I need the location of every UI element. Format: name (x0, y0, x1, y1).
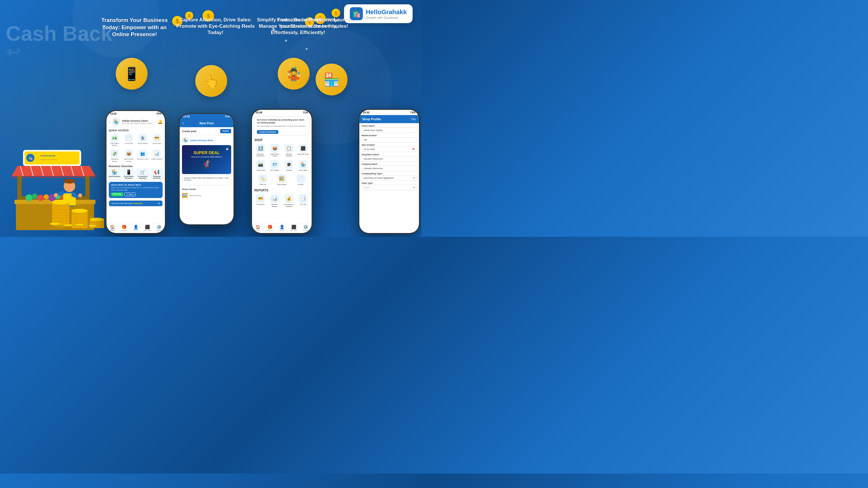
qa-add-product[interactable]: 📦 Add Product Listing (122, 148, 136, 163)
coin-6: $ (332, 9, 340, 18)
tutorials-label: Tutorials (286, 169, 292, 171)
manage-inventory-label: Manage Inventory (283, 153, 295, 157)
add-photos-row: 🖼️ Add Photos (180, 192, 234, 199)
report-transaction[interactable]: 💳 Transaction (254, 193, 267, 208)
qa-create-bill[interactable]: 📄 Create Bill (122, 133, 136, 148)
qa-withdraw[interactable]: 💸 Withdraw Money (108, 148, 122, 163)
phone-1-bottom-nav: 🏠 Home 🎁 Promotion 👤 Profile ⬛ QR Code ⚙… (106, 223, 165, 233)
biz-ecommerce[interactable]: 🛒 E-commerce Business (136, 168, 150, 181)
p3-nav-settings[interactable]: ⚙️ Settings (300, 225, 312, 231)
notification-icon[interactable]: 🔔 (158, 120, 163, 124)
qa-create-bill-label: Create Bill (125, 142, 133, 144)
close-icon[interactable]: ✕ (225, 147, 229, 152)
p3-nav-qr[interactable]: ⬛ QR Code (288, 225, 300, 231)
svg-point-61 (75, 224, 84, 226)
p3-home-icon: 🏠 (255, 225, 260, 229)
svg-point-60 (63, 224, 73, 226)
owner-name-input[interactable]: Ashok Arun Tripathi (362, 128, 416, 133)
shop-create-feed[interactable]: 📸 Create Feed (254, 159, 267, 172)
owner-name-value: Ashok Arun Tripathi (364, 129, 382, 132)
required-star-6: * (382, 172, 382, 174)
back-arrow-icon[interactable]: ‹ (183, 121, 184, 126)
nav-qrcode[interactable]: ⬛ QR Code (142, 225, 153, 231)
skip-btn[interactable]: Skip (411, 118, 416, 121)
create-post-label: Create post (182, 130, 196, 133)
biz-info-label: Business Information (254, 153, 267, 157)
biz-store-icon: 🏪 (112, 169, 118, 175)
shop-kyc[interactable]: 🪪 KYC Update (268, 159, 281, 172)
dob-input[interactable]: 21-03-2000 📅 (362, 147, 416, 152)
report-gst[interactable]: 📑 GST Slip (297, 193, 310, 208)
phone-2-header: ‹ New Post ‹ (180, 119, 234, 127)
biz-social-media[interactable]: 📱 Social Media Business (122, 168, 135, 181)
svg-rect-37 (52, 202, 69, 225)
company-name-input[interactable]: Gutudev Electronics (362, 166, 416, 171)
p3-nav-promotion[interactable]: 🎁 Promotion (264, 225, 276, 231)
shop-profile-form: Owner Name* Ashok Arun Tripathi Mobile N… (359, 123, 419, 233)
qa-wallet-reports[interactable]: 📊 Wallet Reports (150, 148, 164, 163)
add-product-icon: 📦 (125, 150, 133, 158)
shop-biz-info[interactable]: ℹ️ Business Information (254, 143, 267, 158)
qa-bank-details[interactable]: 🏦 Bank Details (136, 133, 150, 148)
shop-tutorials[interactable]: 🎓 Tutorials (282, 159, 296, 172)
company-type-select[interactable]: Electronics & Home Appliances ▾ (362, 175, 416, 181)
seller-type-field: Seller Type* Select... ▾ (362, 182, 416, 190)
add-photos-label[interactable]: Add Photos (189, 194, 201, 197)
shop-my-bills[interactable]: 📄 My Bills (292, 173, 310, 187)
qa-bank-details-label: Bank Details (138, 142, 148, 144)
mobile-number-input[interactable]: 431 (362, 137, 416, 142)
biz-store[interactable]: 🏪 Store Business (108, 168, 121, 181)
new-post-title: New Post (199, 122, 214, 125)
phone-1-status-bar: 13:22 72% (106, 111, 165, 116)
shop-manage-inventory[interactable]: 📋 Manage Inventory (282, 143, 296, 158)
phone-2-status-bar: 13:26 71% (180, 114, 234, 119)
shop-name-input[interactable]: Gurudev Electronics (362, 156, 416, 162)
circle-icon-3: 🤹 (278, 55, 310, 93)
share-btn[interactable]: 🔗 Share (124, 193, 136, 196)
nav-settings[interactable]: ⚙️ Settings (153, 225, 165, 231)
report-commission-label: Commission vs Cashback (283, 203, 295, 207)
biz-overview-title: Business Overview (106, 164, 165, 168)
shop-store-qr[interactable]: ⬛ Store QR Code (297, 143, 310, 158)
promo-sub: Now personalize your advertisements to r… (257, 125, 307, 128)
trial-close-icon[interactable]: ✕ (158, 202, 160, 205)
phone-3-screen: 13:28 71% Get more visibility by promoti… (252, 110, 312, 233)
post-button[interactable]: POST (220, 129, 231, 133)
shop-images[interactable]: 🖼️ Shop Images (273, 173, 291, 187)
svg-point-47 (71, 209, 88, 213)
svg-point-20 (32, 193, 38, 199)
shop-add-product[interactable]: 📦 Add Product Listing (268, 143, 281, 158)
p3-nav-profile[interactable]: 👤 Profile (276, 225, 288, 231)
create-promo-btn[interactable]: Create Promotions (257, 130, 278, 134)
nav-profile[interactable]: 👤 Profile (130, 225, 142, 231)
caption-box[interactable]: Discover New Offers and Deals at our Sto… (182, 175, 231, 185)
back-icon[interactable]: ‹ (109, 120, 110, 124)
nav-home[interactable]: 🏠 Home (106, 225, 118, 231)
qa-transaction[interactable]: 💳 Transaction (150, 133, 164, 148)
nav-promotion[interactable]: 🎁 Promotion (118, 225, 130, 231)
chevron-down-icon: ▾ (413, 176, 414, 179)
seller-type-select[interactable]: Select... ▾ (362, 185, 416, 190)
qa-transaction-label: Transaction (152, 142, 161, 144)
subscribe-link[interactable]: Subscribe (133, 202, 142, 204)
qa-biz-lead[interactable]: 👥 Business Lead (136, 148, 150, 163)
biz-social-icon: 📱 (126, 169, 132, 175)
whatsapp-btn[interactable]: WhatsApp (111, 193, 123, 196)
shop-grid: ℹ️ Business Information 📦 Add Product Li… (252, 143, 312, 172)
biz-campaign[interactable]: 📢 Campaign Business (150, 168, 163, 181)
settings-icon: ⚙️ (157, 225, 161, 229)
shop-grid-2: 🏷️ Offer List 🖼️ Shop Images 📄 My Bills (252, 173, 312, 187)
phone-4: 13:32 71% Shop Profile Skip Owner Name* … (359, 109, 420, 234)
p3-nav-home[interactable]: 🏠 Home (252, 225, 264, 231)
store-qr-icon: ⬛ (299, 144, 308, 153)
star-1: ✦ (284, 38, 288, 44)
shop-about-store[interactable]: 🏪 About Store (297, 159, 310, 172)
cashback-bg-text: Cash Back ↩ (6, 23, 112, 61)
heading-h1: Transform Your Business Today: Empower w… (98, 17, 171, 38)
qa-add-wallet[interactable]: 💵 Add Wallet Money (108, 133, 122, 148)
shop-offer-list[interactable]: 🏷️ Offer List (254, 173, 272, 187)
report-biz[interactable]: 📊 Business Reports (268, 193, 281, 208)
shop-name-value: Gurudev Electronics (364, 158, 383, 160)
phone-2-battery: 71% (225, 115, 230, 118)
report-commission[interactable]: 💰 Commission vs Cashback (282, 193, 296, 208)
